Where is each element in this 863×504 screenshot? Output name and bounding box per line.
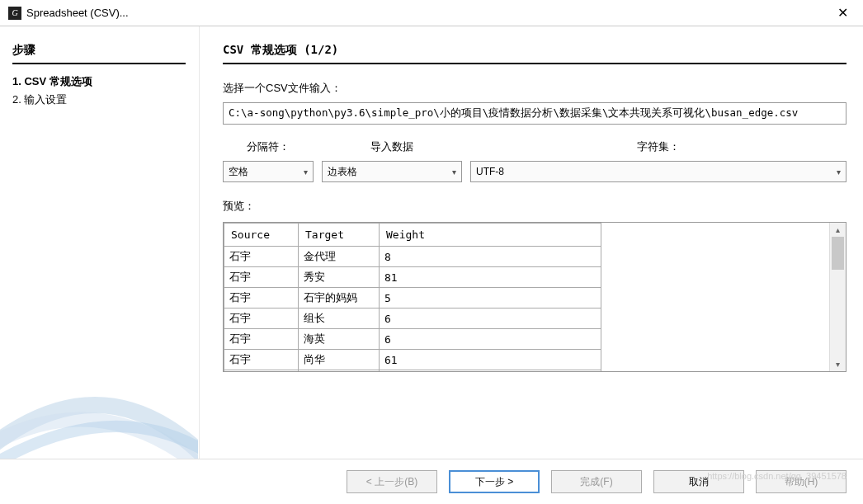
file-path-input[interactable] — [223, 102, 846, 125]
file-input-label: 选择一个CSV文件输入： — [223, 81, 846, 96]
sidebar-decoration — [0, 327, 198, 459]
table-cell: 61 — [380, 350, 601, 370]
chevron-down-icon: ▾ — [837, 167, 841, 177]
col-target[interactable]: Target — [299, 224, 380, 247]
table-cell: 石宇 — [224, 267, 299, 288]
scrollbar-thumb[interactable] — [832, 237, 844, 270]
main-area: 步骤 1. CSV 常规选项 2. 输入设置 CSV 常规选项 (1/2) 选择… — [0, 26, 863, 459]
table-cell: 石宇 — [224, 370, 299, 372]
table-cell: 海英 — [299, 329, 380, 350]
sidebar: 步骤 1. CSV 常规选项 2. 输入设置 — [0, 26, 198, 459]
charset-select[interactable]: UTF-8 ▾ — [470, 161, 846, 182]
back-button: < 上一步(B) — [347, 470, 437, 493]
table-cell: 尚华 — [299, 350, 380, 370]
table-cell: 8 — [380, 247, 601, 267]
footer-buttons: < 上一步(B) 下一步 > 完成(F) 取消 帮助(H) — [0, 459, 863, 504]
step-item-input-settings[interactable]: 2. 输入设置 — [12, 91, 186, 109]
scroll-down-icon[interactable]: ▾ — [836, 357, 840, 371]
import-as-value: 边表格 — [328, 165, 357, 179]
table-row[interactable]: 石宇盛京33 — [224, 370, 601, 372]
preview-label: 预览： — [223, 199, 846, 214]
panel-divider — [223, 63, 846, 64]
table-row[interactable]: 石宇组长6 — [224, 309, 601, 329]
step-item-csv-options[interactable]: 1. CSV 常规选项 — [12, 73, 186, 91]
step-list: 1. CSV 常规选项 2. 输入设置 — [12, 73, 186, 109]
chevron-down-icon: ▾ — [452, 167, 456, 177]
close-icon[interactable]: ✕ — [831, 3, 855, 22]
separator-select[interactable]: 空格 ▾ — [223, 161, 314, 182]
table-row[interactable]: 石宇尚华61 — [224, 350, 601, 370]
separator-value: 空格 — [229, 165, 248, 179]
charset-label: 字符集： — [470, 139, 846, 154]
table-cell: 秀安 — [299, 267, 380, 288]
table-cell: 5 — [380, 288, 601, 309]
table-cell: 石宇的妈妈 — [299, 288, 380, 309]
table-row[interactable]: 石宇石宇的妈妈5 — [224, 288, 601, 309]
titlebar: G Spreadsheet (CSV)... ✕ — [0, 0, 863, 26]
table-cell: 金代理 — [299, 247, 380, 267]
next-button[interactable]: 下一步 > — [449, 470, 540, 493]
table-header-row: Source Target Weight — [224, 224, 601, 247]
finish-button: 完成(F) — [551, 470, 642, 493]
table-cell: 石宇 — [224, 329, 299, 350]
window-title: Spreadsheet (CSV)... — [26, 7, 831, 19]
separator-label: 分隔符： — [223, 139, 314, 154]
table-cell: 6 — [380, 309, 601, 329]
step-label: CSV 常规选项 — [24, 75, 92, 87]
table-cell: 石宇 — [224, 309, 299, 329]
preview-scrollbar[interactable]: ▴ ▾ — [829, 223, 846, 371]
table-cell: 6 — [380, 329, 601, 350]
table-row[interactable]: 石宇秀安81 — [224, 267, 601, 288]
scrollbar-track[interactable] — [830, 237, 846, 357]
table-row[interactable]: 石宇海英6 — [224, 329, 601, 350]
step-index: 1. — [12, 75, 21, 87]
import-as-select[interactable]: 边表格 ▾ — [322, 161, 462, 182]
preview-table: Source Target Weight 石宇金代理8石宇秀安81石宇石宇的妈妈… — [224, 223, 601, 371]
table-cell: 81 — [380, 267, 601, 288]
table-cell: 组长 — [299, 309, 380, 329]
step-label: 输入设置 — [24, 93, 67, 106]
app-icon: G — [8, 7, 21, 20]
step-index: 2. — [12, 93, 21, 106]
charset-value: UTF-8 — [476, 166, 504, 177]
table-cell: 石宇 — [224, 247, 299, 267]
table-cell: 石宇 — [224, 350, 299, 370]
table-cell: 盛京 — [299, 370, 380, 372]
col-source[interactable]: Source — [224, 224, 299, 247]
cancel-button[interactable]: 取消 — [653, 470, 744, 493]
sidebar-heading: 步骤 — [12, 43, 186, 58]
table-cell: 33 — [380, 370, 601, 372]
content-panel: CSV 常规选项 (1/2) 选择一个CSV文件输入： 分隔符： 空格 ▾ 导入… — [198, 26, 863, 459]
preview-container: Source Target Weight 石宇金代理8石宇秀安81石宇石宇的妈妈… — [223, 222, 846, 372]
chevron-down-icon: ▾ — [304, 167, 308, 177]
col-weight[interactable]: Weight — [380, 224, 601, 247]
table-cell: 石宇 — [224, 288, 299, 309]
table-row[interactable]: 石宇金代理8 — [224, 247, 601, 267]
scroll-up-icon[interactable]: ▴ — [836, 223, 840, 237]
import-as-label: 导入数据 — [322, 139, 462, 154]
panel-title: CSV 常规选项 (1/2) — [223, 43, 846, 58]
sidebar-divider — [12, 63, 186, 64]
help-button: 帮助(H) — [756, 470, 846, 493]
options-row: 分隔符： 空格 ▾ 导入数据 边表格 ▾ 字符集： UTF-8 ▾ — [223, 139, 846, 182]
